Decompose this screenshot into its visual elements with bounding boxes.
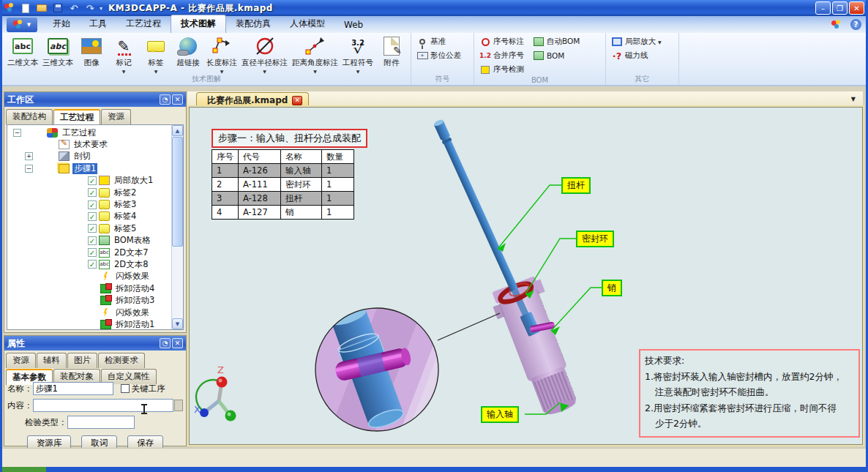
visibility-checkbox[interactable]: ✓: [88, 212, 97, 221]
visibility-checkbox[interactable]: ✓: [88, 201, 97, 209]
diameter-dim-button[interactable]: 直径半径标注 ▼: [239, 34, 290, 75]
collapse-toggle-icon[interactable]: −: [25, 165, 33, 173]
tab-process[interactable]: 工艺过程: [116, 15, 171, 33]
app-menu-button[interactable]: ▼: [7, 18, 37, 32]
dropdown-arrow-icon[interactable]: ▼: [154, 69, 158, 74]
tab-list-dropdown-icon[interactable]: ▼: [851, 96, 856, 102]
visibility-checkbox[interactable]: ✓: [88, 188, 97, 197]
tree-item[interactable]: ✓BOM表格: [7, 235, 171, 247]
tree-item[interactable]: ✓2D文本7: [7, 247, 171, 258]
visibility-checkbox[interactable]: ✓: [88, 260, 97, 269]
marker-button[interactable]: ✎ 标记 ▼: [108, 34, 140, 75]
collapse-toggle-icon[interactable]: −: [13, 129, 21, 137]
tab-assembly-structure[interactable]: 装配结构: [6, 109, 53, 124]
new-file-button[interactable]: [19, 2, 32, 14]
visibility-checkbox[interactable]: ✓: [88, 176, 97, 185]
datum-button[interactable]: 基准: [414, 36, 463, 48]
length-dim-button[interactable]: 长度标注 ▼: [204, 34, 239, 75]
eng-symbol-button[interactable]: 3.2√ 工程符号 ▼: [340, 34, 375, 75]
tree-item[interactable]: 闪烁效果: [7, 307, 171, 318]
tab-human-model[interactable]: 人体模型: [280, 15, 334, 33]
tree-item[interactable]: 技术要求: [7, 138, 171, 150]
angle-dim-button[interactable]: 距离角度标注 ▼: [290, 34, 340, 75]
local-zoom-button[interactable]: 局部放大 ▼: [609, 36, 664, 48]
tree-item[interactable]: 拆卸活动3: [7, 294, 171, 306]
dropdown-arrow-icon[interactable]: ▼: [658, 40, 662, 45]
drawing-canvas[interactable]: X Z 步骤一：输入轴、扭杆分总成装配 序号代号名称数量1A-126输入轴12A…: [189, 107, 863, 445]
tree-item[interactable]: ✓标签2: [7, 187, 171, 198]
seq-check-button[interactable]: 序号检测: [477, 64, 582, 75]
tab-assembly-sim[interactable]: 装配仿真: [226, 15, 280, 33]
panel-float-icon[interactable]: ◔: [160, 94, 171, 105]
tab-resources[interactable]: 资源: [101, 109, 131, 124]
tree-item[interactable]: 闪烁效果: [7, 271, 171, 282]
panel-close-icon[interactable]: ✕: [172, 94, 183, 105]
panel-close-icon[interactable]: ✕: [172, 338, 183, 348]
orientation-triad[interactable]: X Z: [194, 364, 236, 422]
tab-resource[interactable]: 资源: [6, 353, 36, 368]
content-more-button[interactable]: [174, 400, 183, 411]
name-input[interactable]: [33, 382, 113, 395]
tab-inspection[interactable]: 检测要求: [98, 353, 145, 368]
visibility-checkbox[interactable]: ✓: [88, 236, 97, 245]
key-process-checkbox[interactable]: [121, 384, 130, 393]
tag-button[interactable]: 标签 ▼: [140, 34, 172, 75]
redo-button[interactable]: ↷: [83, 2, 97, 14]
tree-item[interactable]: ✓2D文本8: [7, 258, 171, 270]
tab-tech-illustration[interactable]: 技术图解: [171, 15, 226, 33]
tab-process-tree[interactable]: 工艺过程: [53, 109, 100, 125]
dropdown-arrow-icon[interactable]: ▼: [263, 69, 266, 74]
panel-float-icon[interactable]: ◔: [160, 338, 171, 348]
3d-text-button[interactable]: abc 三维文本: [40, 34, 75, 75]
gdt-button[interactable]: ⌖ 形位公差: [414, 50, 463, 61]
merge-seq-button[interactable]: 1.2 合并序号: [477, 50, 526, 61]
tree-item[interactable]: ✓局部放大1: [7, 175, 171, 187]
tree-item[interactable]: ✓标签3: [7, 198, 171, 210]
tree-item[interactable]: ✓标签5: [7, 222, 171, 234]
tab-web[interactable]: Web: [334, 18, 373, 33]
close-button[interactable]: ✕: [849, 1, 864, 15]
restore-button[interactable]: ❐: [832, 1, 848, 15]
quick-access-dropdown-icon[interactable]: ▾: [100, 5, 102, 12]
visibility-checkbox[interactable]: ✓: [88, 248, 97, 257]
magnetic-line-button[interactable]: ·? 磁力线: [609, 50, 664, 61]
bom-button[interactable]: BOM: [531, 50, 566, 61]
dropdown-arrow-icon[interactable]: ▼: [356, 69, 360, 74]
dropdown-arrow-icon[interactable]: ▼: [220, 69, 224, 74]
visibility-checkbox[interactable]: ✓: [88, 224, 97, 233]
callout-label-input-shaft[interactable]: 输入轴: [481, 406, 519, 423]
dropdown-arrow-icon[interactable]: ▼: [313, 69, 317, 74]
check-type-input[interactable]: [67, 416, 135, 429]
tab-tools[interactable]: 工具: [80, 15, 116, 33]
hyperlink-button[interactable]: 超链接: [172, 34, 204, 75]
tab-picture[interactable]: 图片: [67, 353, 97, 368]
tree-item[interactable]: 拆卸活动4: [7, 282, 171, 294]
tree-item[interactable]: −步骤1: [7, 162, 171, 174]
undo-button[interactable]: ↶: [67, 2, 81, 14]
scroll-up-icon[interactable]: ▲: [172, 125, 183, 136]
scroll-down-icon[interactable]: ▼: [172, 318, 183, 329]
callout-label-pin[interactable]: 销: [602, 280, 622, 296]
callout-label-seal-ring[interactable]: 密封环: [576, 231, 614, 247]
image-button[interactable]: 图像: [75, 34, 108, 75]
tree-item[interactable]: ✓标签4: [7, 211, 171, 222]
expand-toggle-icon[interactable]: +: [25, 152, 33, 160]
tree-item[interactable]: −工艺过程: [7, 127, 171, 138]
help-icon[interactable]: ?: [850, 19, 861, 30]
tree-item[interactable]: 拆卸活动1: [7, 318, 171, 330]
attachment-button[interactable]: 附件: [375, 34, 408, 75]
auto-bom-button[interactable]: 自动BOM: [531, 36, 582, 48]
minimize-button[interactable]: –: [815, 1, 831, 15]
save-button[interactable]: [51, 2, 64, 14]
scrollbar-thumb[interactable]: [172, 137, 183, 247]
torsion-bar-part[interactable]: [433, 119, 520, 292]
tree-item[interactable]: +剖切: [7, 151, 171, 162]
tab-home[interactable]: 开始: [43, 15, 80, 33]
tree-scrollbar[interactable]: ▲ ▼: [171, 125, 183, 329]
content-input[interactable]: [33, 399, 174, 412]
close-document-icon[interactable]: ✕: [292, 96, 302, 105]
seq-annotation-button[interactable]: 序号标注: [477, 36, 526, 48]
open-file-button[interactable]: [35, 2, 48, 14]
dropdown-arrow-icon[interactable]: ▼: [122, 69, 126, 74]
2d-text-button[interactable]: abc 二维文本: [5, 34, 40, 75]
